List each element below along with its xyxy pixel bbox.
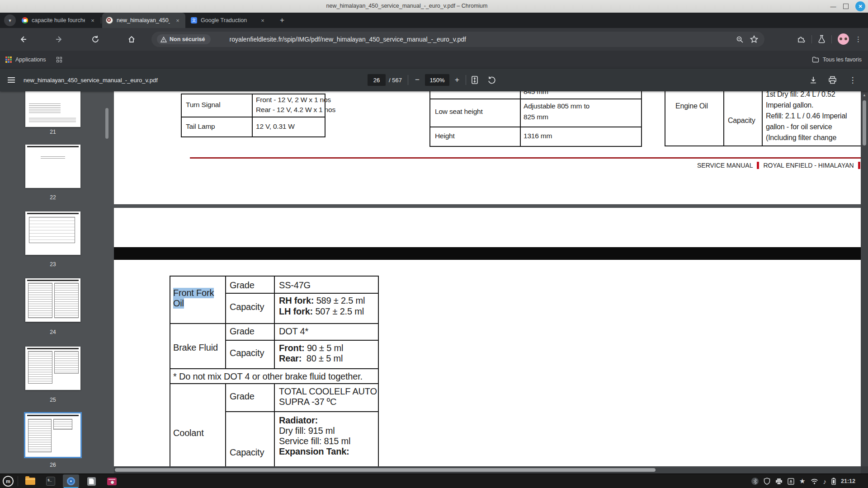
table-cell: Rear: 80 ± 5 ml	[279, 353, 343, 364]
taskbar-texteditor-button[interactable]	[83, 474, 99, 488]
footer-red-bar	[757, 162, 759, 169]
thumbnail-preview	[29, 217, 75, 243]
thumbnail-page-22[interactable]	[25, 145, 80, 188]
horizontal-scrollbar[interactable]	[114, 466, 861, 474]
engine-oil-table: Engine Oil Capacity 1st Dry fill: 2.4 L …	[665, 91, 861, 146]
eject-drive-icon	[788, 478, 794, 485]
flask-icon[interactable]	[818, 35, 826, 43]
browser-menu-button[interactable]: ⋮	[855, 35, 862, 43]
sidebar-scrollbar-thumb[interactable]	[105, 108, 108, 139]
footer-red-bar	[858, 162, 860, 169]
tab-close-icon[interactable]: ×	[174, 16, 182, 24]
bookmarks-bar: Applications Tous les favoris	[0, 51, 868, 69]
bluetooth-tray-button[interactable]	[751, 478, 759, 485]
tab-capacite-huile[interactable]: capacite huile fourche avant ×	[18, 13, 100, 28]
forward-button[interactable]	[53, 33, 65, 45]
thumbnail-page-number: 23	[25, 261, 80, 267]
page-separator	[114, 204, 861, 208]
window-title: new_himalayan_450_service_manual_-_euro_…	[0, 3, 814, 9]
pdf-menu-button[interactable]	[7, 74, 15, 86]
table-cell: DOT 4*	[279, 326, 308, 337]
fit-page-button[interactable]	[471, 74, 478, 86]
vertical-scrollbar-thumb[interactable]	[863, 100, 866, 145]
all-bookmarks-button[interactable]: Tous les favoris	[812, 51, 862, 69]
taskbar-media-button[interactable]	[104, 474, 120, 488]
tab-pdf-active[interactable]: new_himalayan_450_service ×	[102, 13, 185, 28]
mint-logo-icon: m	[6, 479, 10, 484]
omnibox[interactable]: Non sécurisé royalenfieldlesite.fr/spip/…	[151, 32, 764, 47]
bookmark-applications[interactable]: Applications	[5, 56, 46, 63]
table-cell: LH fork: 507 ± 2.5 ml	[279, 306, 364, 317]
bluetooth-icon	[753, 479, 757, 484]
back-button[interactable]	[17, 33, 29, 45]
table-cell: Capacity	[728, 117, 755, 125]
thumbnail-page-number: 25	[25, 397, 80, 403]
table-cell: Capacity	[230, 447, 264, 458]
print-tray-button[interactable]	[775, 478, 783, 485]
shield-tray-button[interactable]	[764, 478, 770, 485]
page-number-input[interactable]: 26	[368, 74, 386, 86]
table-cell: Grade	[230, 391, 255, 402]
thumbnail-preview	[54, 283, 79, 318]
print-button[interactable]	[828, 74, 837, 86]
maximize-button[interactable]	[841, 2, 851, 11]
footer-rule	[190, 157, 861, 159]
vertical-scrollbar[interactable]: ▲	[861, 91, 868, 466]
tab-close-icon[interactable]: ×	[89, 16, 97, 24]
thumbnail-page-25[interactable]	[25, 347, 80, 390]
menu-button[interactable]: m	[3, 476, 14, 487]
tab-close-icon[interactable]: ×	[259, 16, 267, 24]
network-tray-button[interactable]	[811, 479, 818, 484]
close-button[interactable]: ✕	[855, 1, 865, 11]
taskbar-terminal-button[interactable]: $_	[42, 474, 59, 488]
table-line	[225, 340, 378, 341]
address-toolbar: Non sécurisé royalenfieldlesite.fr/spip/…	[0, 28, 868, 51]
horizontal-scrollbar-thumb[interactable]	[115, 468, 656, 472]
pdf-more-button[interactable]: ⋮	[848, 74, 857, 86]
apps-shortcut-icon[interactable]	[57, 57, 62, 63]
thumbnail-page-23[interactable]	[25, 211, 80, 255]
new-tab-button[interactable]: +	[277, 15, 288, 26]
removable-drive-tray-button[interactable]	[788, 478, 794, 485]
battery-tray-button[interactable]	[831, 478, 836, 485]
scroll-up-icon[interactable]: ▲	[861, 93, 868, 97]
zoom-out-button[interactable]: −	[412, 74, 422, 86]
table-cell: RH fork: 589 ± 2.5 ml	[279, 296, 365, 306]
taskbar-files-button[interactable]	[22, 474, 38, 488]
table-line	[225, 277, 226, 368]
home-button[interactable]	[126, 33, 137, 45]
download-button[interactable]	[809, 74, 817, 86]
thumbnail-page-26-selected[interactable]	[25, 413, 80, 457]
table-cell: Dry fill: 915 ml	[279, 426, 335, 436]
thumbnail-preview	[29, 118, 76, 123]
security-chip[interactable]: Non sécurisé	[157, 34, 211, 44]
print-icon	[828, 76, 837, 84]
table-line	[430, 99, 641, 99]
table-cell-partial: 845 mm	[524, 91, 548, 96]
table-cell: Adjustable 805 mm to	[524, 102, 590, 110]
terminal-icon: $_	[46, 477, 55, 486]
minimize-button[interactable]: —	[828, 2, 838, 11]
clock[interactable]: 21:12	[841, 478, 855, 484]
rotate-button[interactable]	[487, 74, 496, 86]
favorites-tray-button[interactable]: ★	[799, 477, 805, 485]
profile-avatar[interactable]	[838, 33, 849, 45]
thumbnail-preview	[28, 283, 52, 318]
tab-search-button[interactable]: ▾	[4, 14, 16, 26]
taskbar-chromium-button[interactable]	[63, 474, 79, 488]
taskbar: m $_ ★	[0, 474, 868, 488]
zoom-in-button[interactable]: +	[452, 74, 462, 86]
media-tray-button[interactable]: ♪	[823, 478, 827, 485]
thumbnail-page-21[interactable]	[25, 91, 80, 127]
thumbnail-page-number: 24	[25, 329, 80, 335]
extensions-icon[interactable]	[797, 35, 806, 43]
bookmark-star-icon[interactable]	[750, 35, 758, 43]
thumbnail-page-24[interactable]	[25, 278, 80, 322]
dimensions-table: 845 mm Low seat height Adjustable 805 mm…	[429, 91, 642, 147]
zoom-level[interactable]: 150%	[425, 74, 449, 86]
reload-button[interactable]	[90, 33, 101, 45]
tab-google-traduction[interactable]: 文 Google Traduction ×	[187, 13, 270, 28]
translate-favicon-icon: 文	[191, 17, 197, 23]
security-label: Non sécurisé	[170, 36, 205, 42]
zoom-icon[interactable]	[736, 36, 744, 43]
